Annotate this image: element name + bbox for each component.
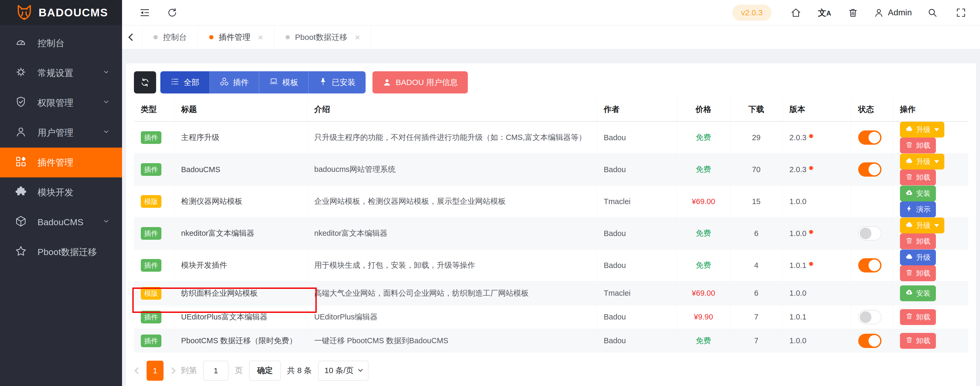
confirm-button[interactable]: 确定 bbox=[249, 361, 281, 381]
downloads-cell: 7 bbox=[730, 329, 783, 353]
intro-cell: 只升级主程序的功能，不对任何插件进行功能升级（如：CMS,富文本编辑器等） bbox=[307, 121, 597, 154]
table-refresh-button[interactable] bbox=[134, 71, 156, 94]
price-value: ¥9.90 bbox=[694, 313, 713, 321]
tab-label: 插件管理 bbox=[219, 32, 250, 43]
logo[interactable]: BADOUCMS bbox=[0, 0, 122, 25]
version-value: 2.0.3 bbox=[789, 165, 807, 174]
sidebar-item-5[interactable]: 插件管理 bbox=[0, 148, 122, 178]
pagination: 1 到第 页 确定 共 8 条 10 条/页 bbox=[134, 361, 968, 381]
upgrade-button[interactable]: 升级 bbox=[900, 122, 944, 138]
version-value: 1.0.0 bbox=[789, 336, 807, 345]
admin-menu[interactable]: Admin bbox=[873, 7, 912, 18]
next-page-icon[interactable] bbox=[169, 367, 175, 374]
search-icon[interactable] bbox=[924, 5, 940, 21]
demo-button[interactable]: 演示 bbox=[900, 202, 936, 217]
version-cell: 1.0.1 bbox=[783, 249, 851, 281]
clear-cache-trash-icon[interactable] bbox=[845, 5, 861, 21]
action-button-label: 升级 bbox=[916, 157, 931, 166]
sidebar-item-7[interactable]: BadouCMS bbox=[0, 207, 122, 237]
sidebar: BADOUCMS 控制台常规设置权限管理用户管理插件管理模块开发BadouCMS… bbox=[0, 0, 122, 386]
badou-user-info-button[interactable]: BADOU 用户信息 bbox=[372, 71, 468, 94]
tabs-container: 控制台插件管理×Pboot数据迁移× bbox=[142, 25, 371, 49]
refresh-icon[interactable] bbox=[164, 5, 180, 21]
cloud-down-icon bbox=[905, 288, 913, 298]
author-cell: Tmaclei bbox=[597, 186, 677, 218]
status-toggle[interactable] bbox=[858, 226, 881, 240]
total-count: 共 8 条 bbox=[287, 365, 312, 376]
goto-page-input[interactable] bbox=[203, 361, 229, 381]
sidebar-item-6[interactable]: 模块开发 bbox=[0, 178, 122, 207]
sidebar-item-3[interactable]: 权限管理 bbox=[0, 88, 122, 118]
price-cell: 免费 bbox=[677, 218, 730, 249]
price-cell: ¥69.00 bbox=[677, 186, 730, 218]
type-badge: 模版 bbox=[141, 195, 161, 208]
status-toggle[interactable] bbox=[858, 162, 881, 176]
home-icon[interactable] bbox=[788, 5, 804, 21]
upgrade-button[interactable]: 升级 bbox=[900, 249, 936, 265]
column-header-6: 下载 bbox=[730, 98, 783, 121]
cloud-icon bbox=[905, 253, 913, 262]
sidebar-item-4[interactable]: 用户管理 bbox=[0, 118, 122, 148]
chevron-down-icon bbox=[358, 367, 363, 372]
uninstall-button[interactable]: 卸载 bbox=[900, 138, 936, 153]
uninstall-button[interactable]: 卸载 bbox=[900, 170, 936, 185]
type-badge: 插件 bbox=[141, 163, 161, 176]
action-button-label: 演示 bbox=[916, 205, 931, 214]
install-button[interactable]: 安装 bbox=[900, 186, 936, 202]
actions-cell: 卸载 bbox=[893, 305, 968, 329]
upgrade-button[interactable]: 升级 bbox=[900, 154, 944, 170]
upgrade-button[interactable]: 升级 bbox=[900, 218, 944, 234]
status-toggle[interactable] bbox=[858, 130, 881, 145]
chevron-left-icon bbox=[128, 33, 136, 41]
tab-2[interactable]: 插件管理× bbox=[198, 25, 274, 49]
uninstall-button[interactable]: 卸载 bbox=[900, 309, 936, 325]
sidebar-item-label: Pboot数据迁移 bbox=[38, 246, 97, 258]
laptop-icon bbox=[269, 77, 278, 88]
sidebar-item-8[interactable]: Pboot数据迁移 bbox=[0, 237, 122, 267]
intro-cell: 一键迁移 PbootCMS 数据到BadouCMS bbox=[307, 329, 597, 353]
install-button[interactable]: 安装 bbox=[900, 285, 936, 301]
type-badge: 插件 bbox=[141, 259, 161, 272]
puzzle-icon bbox=[15, 185, 27, 199]
collapse-menu-icon[interactable] bbox=[137, 5, 153, 21]
filter-button-3[interactable]: 模板 bbox=[259, 71, 309, 94]
filter-button-1[interactable]: 全部 bbox=[160, 71, 210, 94]
chevron-down-icon bbox=[102, 127, 110, 138]
shield-icon bbox=[15, 96, 27, 110]
status-cell bbox=[851, 281, 893, 305]
price-value: 免费 bbox=[696, 229, 711, 237]
uninstall-button[interactable]: 卸载 bbox=[900, 234, 936, 249]
status-toggle[interactable] bbox=[858, 334, 881, 348]
cube-icon bbox=[15, 215, 27, 229]
user-icon bbox=[873, 7, 884, 18]
filter-button-2[interactable]: 插件 bbox=[210, 71, 259, 94]
tabs-scroll-left[interactable] bbox=[122, 25, 142, 49]
close-icon[interactable]: × bbox=[355, 33, 360, 42]
plugin-card: 全部插件模板已安装 BADOU 用户信息 类型标题介绍作者价格下载版本状态操作 … bbox=[126, 64, 976, 386]
logo-text: BADOUCMS bbox=[38, 6, 108, 19]
per-page-select[interactable]: 10 条/页 bbox=[318, 361, 369, 381]
filter-button-4[interactable]: 已安装 bbox=[309, 71, 366, 94]
uninstall-button[interactable]: 卸载 bbox=[900, 265, 936, 281]
gauge-icon bbox=[15, 36, 27, 50]
fullscreen-icon[interactable] bbox=[953, 5, 969, 21]
sidebar-item-2[interactable]: 常规设置 bbox=[0, 58, 122, 88]
downloads-cell: 7 bbox=[730, 305, 783, 329]
translate-icon[interactable]: 文A bbox=[816, 5, 832, 21]
uninstall-button[interactable]: 卸载 bbox=[900, 333, 936, 349]
status-toggle[interactable] bbox=[858, 258, 881, 272]
action-button-label: 卸载 bbox=[916, 312, 931, 322]
version-cell: 1.0.0 bbox=[783, 186, 851, 218]
close-icon[interactable]: × bbox=[258, 33, 263, 42]
status-toggle[interactable] bbox=[858, 310, 881, 324]
downloads-cell: 4 bbox=[730, 249, 783, 281]
prev-page-icon[interactable] bbox=[134, 367, 141, 374]
tab-1[interactable]: 控制台 bbox=[142, 25, 198, 49]
tab-3[interactable]: Pboot数据迁移× bbox=[274, 25, 371, 49]
action-button-label: 安装 bbox=[916, 189, 931, 198]
page-1-button[interactable]: 1 bbox=[146, 361, 164, 381]
title-cell: 主程序升级 bbox=[174, 121, 307, 154]
table-row: 插件PbootCMS 数据迁移（限时免费）一键迁移 PbootCMS 数据到Ba… bbox=[134, 329, 968, 353]
sidebar-item-1[interactable]: 控制台 bbox=[0, 28, 122, 58]
actions-cell: 安装演示 bbox=[893, 186, 968, 218]
